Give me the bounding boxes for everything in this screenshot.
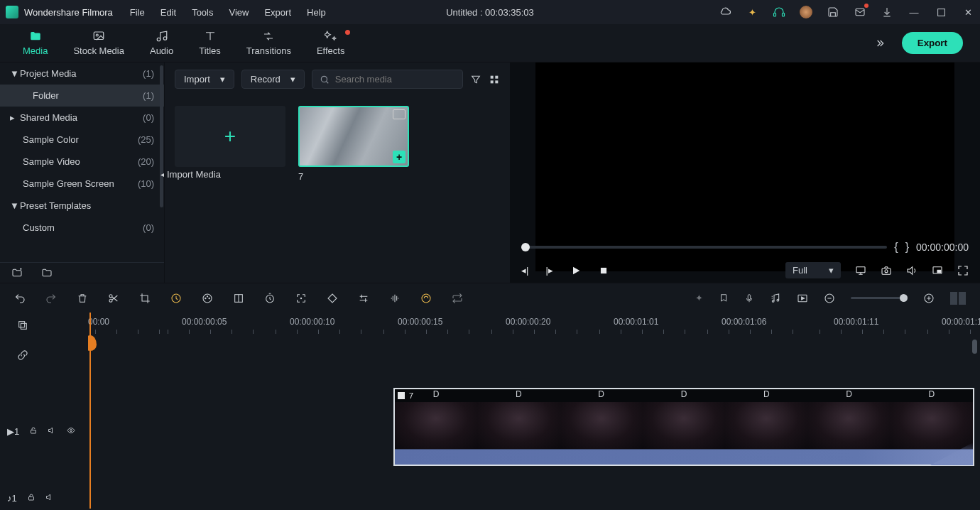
- auto-ripple-icon[interactable]: ✦: [695, 293, 703, 303]
- sidebar-item-custom[interactable]: Custom(0): [0, 217, 164, 239]
- more-tabs-button[interactable]: [872, 38, 888, 49]
- mark-out-button[interactable]: }: [905, 241, 909, 254]
- playhead[interactable]: [89, 313, 91, 509]
- mark-in-button[interactable]: {: [894, 241, 898, 254]
- lock-icon[interactable]: [29, 426, 38, 437]
- loop-button[interactable]: [452, 293, 463, 304]
- close-button[interactable]: ✕: [962, 6, 974, 18]
- green-screen-button[interactable]: [233, 293, 244, 304]
- monitor-icon[interactable]: [855, 265, 866, 276]
- motion-tracking-button[interactable]: [295, 293, 307, 304]
- add-to-timeline-button[interactable]: +: [393, 151, 405, 163]
- lock-icon[interactable]: [27, 493, 36, 504]
- quality-dropdown[interactable]: Full▾: [785, 262, 841, 278]
- tab-transitions[interactable]: Transitions: [234, 30, 304, 56]
- color-button[interactable]: [202, 293, 213, 304]
- marker-icon[interactable]: [719, 293, 729, 304]
- cloud-icon[interactable]: [719, 6, 731, 18]
- search-media-box[interactable]: [312, 70, 463, 89]
- mute-icon[interactable]: [48, 426, 56, 437]
- download-icon[interactable]: [881, 6, 893, 18]
- clip-audio-waveform[interactable]: [395, 449, 973, 465]
- layers-icon[interactable]: [17, 320, 28, 331]
- audio-edit-button[interactable]: [389, 293, 401, 304]
- pip-icon[interactable]: [932, 265, 943, 276]
- split-button[interactable]: [108, 293, 119, 304]
- zoom-in-button[interactable]: [923, 293, 935, 304]
- visibility-icon[interactable]: [66, 426, 76, 437]
- zoom-handle[interactable]: [900, 294, 908, 302]
- mail-icon[interactable]: [854, 6, 866, 18]
- timeline-scrollbar[interactable]: [972, 340, 977, 354]
- tab-titles[interactable]: Titles: [186, 30, 234, 56]
- fullscreen-icon[interactable]: [957, 265, 969, 276]
- link-icon[interactable]: [17, 349, 28, 361]
- play-button[interactable]: [570, 265, 582, 276]
- sidebar-item-sample-video[interactable]: Sample Video(20): [0, 151, 164, 173]
- speed-button[interactable]: [170, 293, 182, 304]
- menu-file[interactable]: File: [130, 7, 145, 18]
- scrub-track[interactable]: [521, 246, 887, 249]
- sidebar-item-sample-green-screen[interactable]: Sample Green Screen(10): [0, 173, 164, 195]
- audio-mixer-icon[interactable]: [770, 293, 781, 304]
- clip-thumbnail[interactable]: +: [298, 106, 409, 167]
- new-folder-icon[interactable]: [11, 267, 23, 278]
- prev-frame-button[interactable]: ◂|: [521, 265, 528, 276]
- timeline-ruler[interactable]: 00:0000:00:00:0500:00:00:1000:00:00:1500…: [88, 313, 980, 335]
- grid-view-icon[interactable]: [489, 74, 500, 85]
- import-media-label[interactable]: ◂Import Media: [160, 169, 221, 180]
- audio-track-icon[interactable]: ♪1: [7, 493, 17, 504]
- speed-ramp-button[interactable]: [420, 293, 432, 304]
- zoom-slider[interactable]: [851, 297, 908, 299]
- minimize-button[interactable]: —: [908, 6, 920, 18]
- tab-audio[interactable]: Audio: [137, 30, 186, 56]
- menu-edit[interactable]: Edit: [160, 7, 176, 18]
- sidebar-item-project-media[interactable]: ▼Project Media(1): [0, 63, 164, 85]
- crop-button[interactable]: [139, 293, 151, 304]
- save-icon[interactable]: [827, 6, 839, 18]
- delete-button[interactable]: [77, 293, 88, 304]
- voiceover-icon[interactable]: [744, 293, 754, 304]
- import-dropdown[interactable]: Import▾: [175, 70, 234, 89]
- search-input[interactable]: [335, 74, 455, 85]
- record-dropdown[interactable]: Record▾: [241, 70, 305, 89]
- menu-export[interactable]: Export: [264, 7, 291, 18]
- media-sidebar: ▼Project Media(1) Folder(1) ▸Shared Medi…: [0, 63, 165, 283]
- media-clip[interactable]: + 7: [298, 106, 409, 182]
- add-media-tile[interactable]: +: [175, 106, 285, 167]
- stop-button[interactable]: [599, 266, 609, 276]
- sidebar-item-shared-media[interactable]: ▸Shared Media(0): [0, 107, 164, 129]
- folder-icon[interactable]: [41, 267, 53, 278]
- next-frame-button[interactable]: |▸: [545, 265, 552, 276]
- menu-view[interactable]: View: [229, 7, 249, 18]
- sidebar-item-folder[interactable]: Folder(1): [0, 85, 164, 107]
- export-button[interactable]: Export: [902, 32, 963, 54]
- sparkle-icon[interactable]: ✦: [746, 6, 758, 18]
- duration-button[interactable]: [264, 293, 276, 304]
- tab-effects[interactable]: Effects: [304, 30, 358, 56]
- tab-stock-media[interactable]: Stock Media: [60, 30, 137, 56]
- keyframe-button[interactable]: [327, 293, 338, 304]
- menu-tools[interactable]: Tools: [192, 7, 213, 18]
- avatar-icon[interactable]: [800, 6, 812, 18]
- volume-icon[interactable]: [906, 265, 918, 276]
- mute-icon[interactable]: [45, 493, 54, 504]
- timeline-clip[interactable]: 7: [393, 388, 974, 466]
- sidebar-item-sample-color[interactable]: Sample Color(25): [0, 129, 164, 151]
- undo-button[interactable]: [14, 293, 26, 304]
- headset-icon[interactable]: [773, 6, 785, 18]
- redo-button[interactable]: [45, 293, 57, 304]
- filter-icon[interactable]: [470, 74, 481, 85]
- adjust-button[interactable]: [358, 293, 369, 304]
- sidebar-scrollbar[interactable]: [160, 65, 163, 207]
- tab-media[interactable]: Media: [10, 30, 60, 56]
- zoom-out-button[interactable]: [824, 293, 835, 304]
- snapshot-icon[interactable]: [881, 265, 892, 276]
- video-track-icon[interactable]: ▶1: [7, 426, 19, 437]
- render-icon[interactable]: [797, 293, 808, 304]
- maximize-button[interactable]: [935, 6, 947, 18]
- scrub-handle[interactable]: [521, 243, 530, 251]
- menu-help[interactable]: Help: [307, 7, 326, 18]
- zoom-fit-button[interactable]: [950, 292, 966, 305]
- sidebar-item-preset-templates[interactable]: ▼Preset Templates: [0, 195, 164, 217]
